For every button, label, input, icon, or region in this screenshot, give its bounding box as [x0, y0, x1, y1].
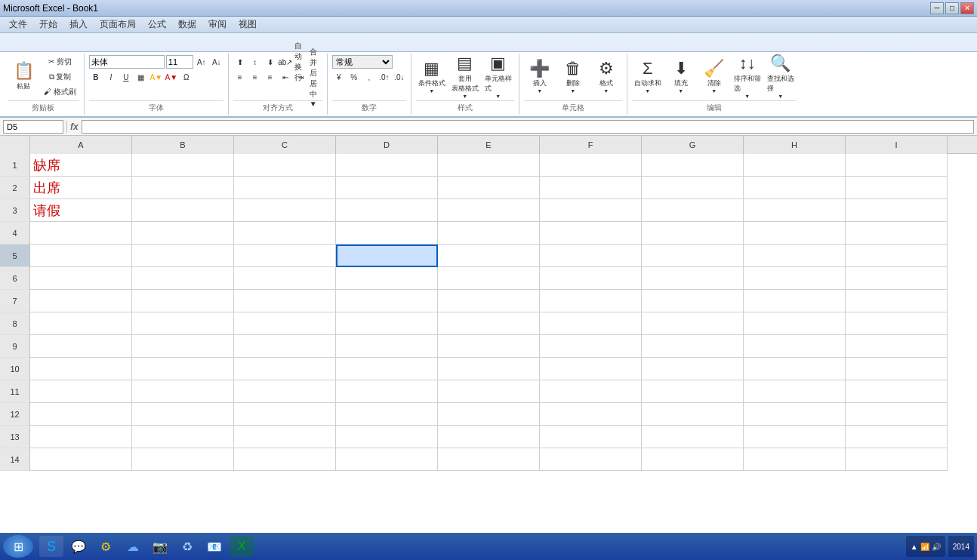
- cell-c5[interactable]: [234, 245, 336, 267]
- col-header-c[interactable]: C: [234, 136, 336, 154]
- bold-button[interactable]: B: [89, 70, 103, 84]
- cell-g14[interactable]: [642, 448, 744, 471]
- cell-d3[interactable]: [336, 199, 438, 222]
- cell-d5[interactable]: [336, 245, 438, 267]
- cell-h2[interactable]: [744, 177, 846, 199]
- font-size-increase-button[interactable]: A↑: [195, 55, 208, 69]
- cell-a4[interactable]: [30, 222, 132, 245]
- taskbar-icon-tool[interactable]: ⚙: [94, 536, 118, 557]
- formula-input[interactable]: [82, 120, 974, 134]
- cell-a8[interactable]: [30, 312, 132, 335]
- menu-start[interactable]: 开始: [33, 17, 63, 32]
- menu-file[interactable]: 文件: [3, 17, 33, 32]
- cell-f12[interactable]: [540, 403, 642, 426]
- cell-e11[interactable]: [438, 380, 540, 403]
- cell-f3[interactable]: [540, 199, 642, 222]
- italic-button[interactable]: I: [104, 70, 118, 84]
- wrap-text-button[interactable]: 自动换行: [294, 55, 307, 69]
- cell-g12[interactable]: [642, 403, 744, 426]
- cell-i13[interactable]: [846, 426, 948, 448]
- cell-c3[interactable]: [234, 199, 336, 222]
- cut-button[interactable]: ✂ 剪切: [41, 55, 79, 69]
- cell-i3[interactable]: [846, 199, 948, 222]
- cell-a10[interactable]: [30, 358, 132, 380]
- cell-e7[interactable]: [438, 290, 540, 312]
- cell-c7[interactable]: [234, 290, 336, 312]
- cell-g13[interactable]: [642, 426, 744, 448]
- cell-h11[interactable]: [744, 380, 846, 403]
- align-left-button[interactable]: ≡: [233, 70, 247, 84]
- cell-f2[interactable]: [540, 177, 642, 199]
- cell-c14[interactable]: [234, 448, 336, 471]
- cell-e8[interactable]: [438, 312, 540, 335]
- cell-b14[interactable]: [132, 448, 234, 471]
- cell-i6[interactable]: [846, 267, 948, 290]
- row-header-12[interactable]: 12: [0, 403, 30, 426]
- cell-g4[interactable]: [642, 222, 744, 245]
- cell-style-button[interactable]: ▣ 单元格样式 ▼: [482, 55, 514, 97]
- fill-color-button[interactable]: A▼: [149, 70, 163, 84]
- cell-i7[interactable]: [846, 290, 948, 312]
- cell-c13[interactable]: [234, 426, 336, 448]
- taskbar-icon-camera[interactable]: 📷: [148, 536, 172, 557]
- cell-h5[interactable]: [744, 245, 846, 267]
- cell-d10[interactable]: [336, 358, 438, 380]
- cell-d9[interactable]: [336, 335, 438, 358]
- font-size-decrease-button[interactable]: A↓: [210, 55, 223, 69]
- cell-b1[interactable]: [132, 154, 234, 177]
- cell-f9[interactable]: [540, 335, 642, 358]
- cell-e10[interactable]: [438, 358, 540, 380]
- sort-filter-button[interactable]: ↕↓ 排序和筛选 ▼: [732, 55, 763, 97]
- col-header-g[interactable]: G: [642, 136, 744, 154]
- row-header-5[interactable]: 5: [0, 245, 30, 267]
- number-format-select[interactable]: 常规: [332, 55, 393, 69]
- fill-button[interactable]: ⬇ 填充 ▼: [665, 55, 697, 97]
- decimal-decrease-button[interactable]: .0↓: [393, 70, 406, 84]
- format-painter-button[interactable]: 🖌 格式刷: [41, 85, 79, 99]
- menu-page-layout[interactable]: 页面布局: [94, 17, 142, 32]
- row-header-3[interactable]: 3: [0, 199, 30, 222]
- cell-i8[interactable]: [846, 312, 948, 335]
- taskbar-icon-recycle[interactable]: ♻: [175, 536, 199, 557]
- cell-e5[interactable]: [438, 245, 540, 267]
- underline-button[interactable]: U: [119, 70, 133, 84]
- cell-c11[interactable]: [234, 380, 336, 403]
- cell-f10[interactable]: [540, 358, 642, 380]
- row-header-10[interactable]: 10: [0, 358, 30, 380]
- cell-g3[interactable]: [642, 199, 744, 222]
- cell-d2[interactable]: [336, 177, 438, 199]
- cell-g6[interactable]: [642, 267, 744, 290]
- taskbar-icon-sohu[interactable]: S: [39, 536, 63, 557]
- percent-button[interactable]: %: [347, 70, 361, 84]
- taskbar-icon-outlook[interactable]: 📧: [202, 536, 227, 557]
- cell-h1[interactable]: [744, 154, 846, 177]
- row-header-7[interactable]: 7: [0, 290, 30, 312]
- cell-a12[interactable]: [30, 403, 132, 426]
- taskbar-icon-wechat[interactable]: 💬: [66, 536, 91, 557]
- cell-f4[interactable]: [540, 222, 642, 245]
- cell-i10[interactable]: [846, 358, 948, 380]
- cell-b5[interactable]: [132, 245, 234, 267]
- cell-i2[interactable]: [846, 177, 948, 199]
- cell-f6[interactable]: [540, 267, 642, 290]
- find-select-button[interactable]: 🔍 查找和选择 ▼: [765, 55, 797, 97]
- name-box[interactable]: [3, 120, 63, 134]
- start-button[interactable]: ⊞: [3, 535, 33, 558]
- text-angle-button[interactable]: ab↗: [279, 55, 292, 69]
- align-center-button[interactable]: ≡: [248, 70, 262, 84]
- cell-g5[interactable]: [642, 245, 744, 267]
- clear-button[interactable]: 🧹 清除 ▼: [698, 55, 730, 97]
- autosum-button[interactable]: Σ 自动求和 ▼: [632, 55, 664, 97]
- cell-h8[interactable]: [744, 312, 846, 335]
- col-header-b[interactable]: B: [132, 136, 234, 154]
- cell-g11[interactable]: [642, 380, 744, 403]
- cell-a9[interactable]: [30, 335, 132, 358]
- cell-d14[interactable]: [336, 448, 438, 471]
- row-header-1[interactable]: 1: [0, 154, 30, 177]
- cell-e1[interactable]: [438, 154, 540, 177]
- indent-increase-button[interactable]: ⇥: [294, 70, 307, 84]
- cell-g9[interactable]: [642, 335, 744, 358]
- align-top-button[interactable]: ⬆: [233, 55, 247, 69]
- cell-i1[interactable]: [846, 154, 948, 177]
- menu-insert[interactable]: 插入: [63, 17, 94, 32]
